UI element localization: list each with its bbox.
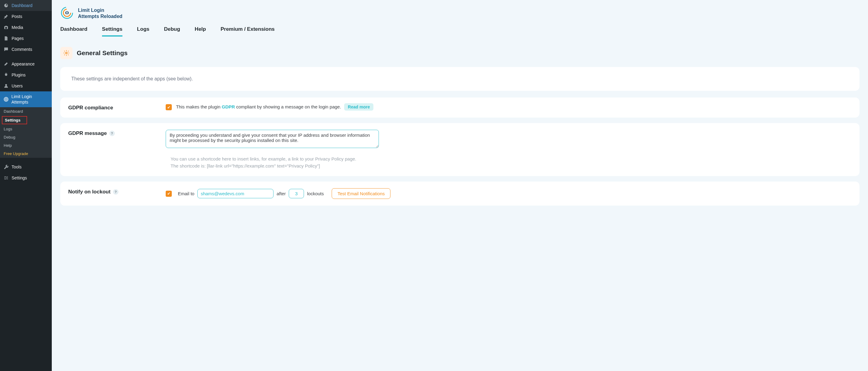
svg-point-8 (65, 52, 67, 54)
gdpr-compliance-checkbox[interactable]: ✔ (166, 104, 172, 110)
gdpr-message-card: GDPR message ? You can use a shortcode h… (60, 123, 860, 176)
help-icon[interactable]: ? (113, 189, 119, 195)
camera-icon (3, 24, 9, 30)
plugin-tabs: Dashboard Settings Logs Debug Help Premi… (60, 26, 860, 36)
lockouts-label: lockouts (307, 191, 324, 196)
info-card: These settings are independent of the ap… (60, 67, 860, 91)
notify-lockout-card: Notify on lockout ? ✔ Email to after loc… (60, 182, 860, 206)
help-icon[interactable]: ? (109, 131, 115, 136)
sidebar-label: Settings (11, 176, 27, 180)
email-to-label: Email to (178, 191, 194, 196)
gdpr-compliance-card: GDPR compliance ✔ This makes the plugin … (60, 97, 860, 118)
tab-help[interactable]: Help (195, 26, 206, 36)
sidebar-label: Pages (11, 36, 24, 41)
read-more-button[interactable]: Read more (344, 103, 373, 111)
gauge-icon (3, 2, 9, 8)
svg-point-2 (6, 99, 6, 100)
sidebar-submenu: Dashboard Settings Logs Debug Help Free … (0, 107, 52, 158)
plug-icon (3, 72, 9, 78)
brand-line1: Limit Login (78, 7, 122, 13)
sidebar-item-dashboard[interactable]: Dashboard (0, 0, 52, 11)
section-heading: General Settings (60, 47, 860, 59)
section-title: General Settings (77, 49, 128, 57)
gdpr-message-label: GDPR message (68, 130, 107, 136)
pin-icon (3, 13, 9, 20)
sidebar-label: Tools (11, 164, 22, 169)
gdpr-compliance-label: GDPR compliance (68, 104, 166, 111)
tab-dashboard[interactable]: Dashboard (60, 26, 87, 36)
brand-line2: Attempts Reloaded (78, 13, 122, 20)
gdpr-hint-2: The shortcode is: [llar-link url="https:… (170, 163, 851, 169)
gear-icon (60, 47, 72, 59)
sidebar-label: Limit Login Attempts (11, 94, 49, 105)
tab-logs[interactable]: Logs (137, 26, 150, 36)
submenu-debug[interactable]: Debug (0, 133, 52, 141)
lockout-count-input[interactable] (289, 189, 304, 198)
notify-email-input[interactable] (197, 189, 274, 198)
sidebar-item-limit-login-attempts[interactable]: Limit Login Attempts (0, 91, 52, 107)
brand-logo-icon (60, 6, 74, 21)
test-email-button[interactable]: Test Email Notifications (332, 188, 391, 199)
page-icon (3, 35, 9, 41)
main-content: Limit Login Attempts Reloaded Dashboard … (52, 0, 868, 371)
sidebar-item-comments[interactable]: Comments (0, 44, 52, 55)
brush-icon (3, 61, 9, 67)
sidebar-item-pages[interactable]: Pages (0, 33, 52, 44)
comment-icon (3, 46, 9, 52)
sidebar-item-appearance[interactable]: Appearance (0, 59, 52, 69)
wp-admin-sidebar: Dashboard Posts Media Pages Comments App… (0, 0, 52, 371)
wrench-icon (3, 164, 9, 170)
submenu-help[interactable]: Help (0, 141, 52, 150)
sliders-icon (3, 175, 9, 181)
gdpr-link[interactable]: GDPR (222, 104, 235, 110)
sidebar-label: Comments (11, 47, 32, 52)
gdpr-hint-1: You can use a shortcode here to insert l… (170, 156, 851, 163)
tab-debug[interactable]: Debug (164, 26, 180, 36)
sidebar-item-tools[interactable]: Tools (0, 161, 52, 173)
info-text: These settings are independent of the ap… (71, 76, 848, 82)
tab-premium[interactable]: Premium / Extensions (220, 26, 275, 36)
plugin-brand: Limit Login Attempts Reloaded (60, 6, 860, 21)
submenu-free-upgrade[interactable]: Free Upgrade (0, 150, 52, 158)
notify-label: Notify on lockout (68, 189, 111, 195)
sidebar-label: Dashboard (11, 3, 33, 8)
sidebar-label: Appearance (11, 62, 35, 66)
submenu-logs[interactable]: Logs (0, 125, 52, 133)
sidebar-item-posts[interactable]: Posts (0, 11, 52, 22)
submenu-dashboard[interactable]: Dashboard (0, 107, 52, 116)
submenu-settings[interactable]: Settings (2, 116, 27, 124)
after-label: after (277, 191, 286, 196)
sidebar-label: Plugins (11, 72, 26, 78)
sidebar-label: Media (11, 25, 23, 30)
sidebar-item-users[interactable]: Users (0, 81, 52, 91)
sidebar-label: Posts (11, 14, 22, 19)
svg-point-7 (66, 11, 68, 13)
sidebar-label: Users (11, 84, 23, 88)
gdpr-message-textarea[interactable] (166, 130, 379, 148)
target-icon (3, 96, 9, 102)
notify-email-checkbox[interactable]: ✔ (166, 191, 172, 197)
sidebar-item-media[interactable]: Media (0, 22, 52, 33)
user-icon (3, 83, 9, 89)
tab-settings[interactable]: Settings (102, 26, 122, 36)
gdpr-text-before: This makes the plugin (176, 104, 222, 110)
sidebar-item-plugins[interactable]: Plugins (0, 69, 52, 81)
gdpr-text-after: compliant by showing a message on the lo… (235, 104, 341, 110)
sidebar-item-settings[interactable]: Settings (0, 173, 52, 183)
